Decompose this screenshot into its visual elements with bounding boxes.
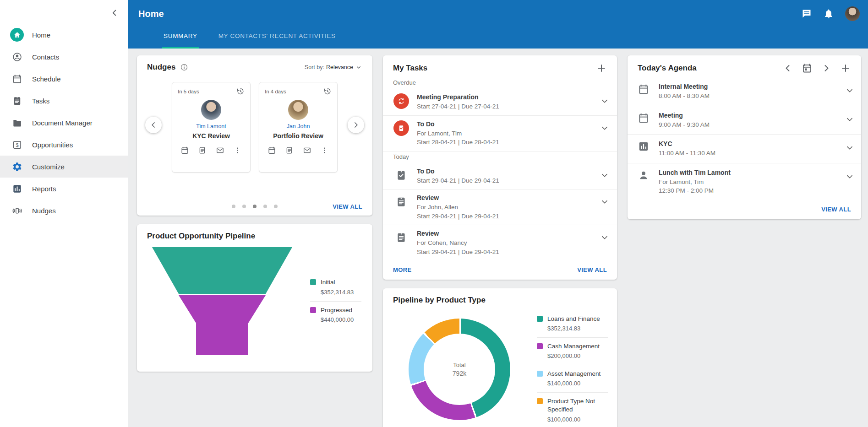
kebab-menu-icon[interactable] bbox=[233, 146, 242, 155]
legend-value: $352,314.83 bbox=[547, 325, 600, 332]
legend-chip bbox=[537, 371, 543, 377]
sidebar-item-reports[interactable]: Reports bbox=[0, 178, 128, 200]
funnel-chart bbox=[151, 246, 294, 356]
contact-name-link[interactable]: Jan John bbox=[265, 123, 332, 130]
task-row[interactable]: Meeting Preparation Start 27-04-21 | Due… bbox=[383, 89, 617, 116]
funnel-card-title: Product Opportunity Pipeline bbox=[147, 232, 255, 241]
task-row[interactable]: To Do For Lamont, Tim Start 28-04-21 | D… bbox=[383, 116, 617, 151]
chevron-down-icon[interactable] bbox=[845, 86, 855, 96]
mail-icon[interactable] bbox=[216, 146, 224, 155]
app-root: Home Contacts Schedule Tasks bbox=[0, 0, 868, 427]
history-icon[interactable] bbox=[236, 87, 245, 96]
agenda-view-all-link[interactable]: VIEW ALL bbox=[821, 206, 851, 213]
chevron-down-icon[interactable] bbox=[600, 96, 610, 106]
contact-name-link[interactable]: Tim Lamont bbox=[178, 123, 245, 130]
agenda-next-day-button[interactable] bbox=[821, 63, 832, 74]
tab-recent-activities[interactable]: MY CONTACTS' RECENT ACTIVITIES bbox=[217, 25, 337, 49]
agenda-row[interactable]: Lunch with Tim Lamont For Lamont, Tim 12… bbox=[628, 163, 861, 200]
chevron-down-icon[interactable] bbox=[845, 172, 855, 182]
carousel-next-button[interactable] bbox=[348, 117, 364, 133]
chevron-down-icon[interactable] bbox=[845, 143, 855, 153]
mail-icon[interactable] bbox=[303, 146, 311, 155]
add-task-button[interactable] bbox=[596, 63, 607, 74]
tasks-view-all-link[interactable]: VIEW ALL bbox=[577, 266, 607, 273]
carousel-dot[interactable] bbox=[263, 205, 267, 208]
note-icon[interactable] bbox=[198, 146, 207, 155]
user-avatar[interactable] bbox=[845, 6, 860, 21]
task-dates: Start 29-04-21 | Due 29-04-21 bbox=[417, 248, 600, 257]
notifications-bell-icon[interactable] bbox=[823, 8, 834, 19]
task-row[interactable]: Review For John, Allen Start 29-04-21 | … bbox=[383, 189, 617, 225]
sidebar-item-opportunities[interactable]: $ Opportunities bbox=[0, 134, 128, 156]
carousel-dot[interactable] bbox=[274, 205, 278, 208]
legend-label: Progressed bbox=[321, 306, 354, 314]
clipboard-icon bbox=[10, 94, 24, 108]
sort-dropdown[interactable]: Sort by: Relevance bbox=[305, 64, 362, 71]
chevron-down-icon[interactable] bbox=[600, 170, 610, 180]
tasks-more-link[interactable]: MORE bbox=[393, 266, 412, 273]
nudge-card[interactable]: In 4 days Jan John Portfolio Review bbox=[259, 82, 338, 173]
carousel-dot-active[interactable] bbox=[253, 205, 257, 208]
legend-value: $140,000.00 bbox=[547, 380, 601, 387]
nudge-card[interactable]: In 5 days Tim Lamont KYC Review bbox=[172, 82, 251, 173]
chevron-down-icon[interactable] bbox=[845, 114, 855, 124]
carousel-dot[interactable] bbox=[232, 205, 235, 208]
task-for: For John, Allen bbox=[417, 203, 600, 212]
legend-item: Initial $352,314.83 bbox=[310, 274, 361, 301]
task-title: To Do bbox=[417, 120, 600, 128]
legend-item: Cash Management $200,000.00 bbox=[537, 337, 608, 365]
sidebar-item-schedule[interactable]: Schedule bbox=[0, 68, 128, 90]
sidebar-item-home[interactable]: Home bbox=[0, 24, 128, 46]
task-dates: Start 27-04-21 | Due 27-04-21 bbox=[417, 102, 600, 111]
agenda-row[interactable]: KYC 11:00 AM - 11:30 AM bbox=[628, 135, 861, 163]
agenda-prev-day-button[interactable] bbox=[782, 63, 793, 74]
agenda-row[interactable]: Meeting 9:00 AM - 9:30 AM bbox=[628, 106, 861, 135]
legend-label: Initial bbox=[321, 278, 354, 286]
legend-value: $440,000.00 bbox=[321, 316, 354, 323]
sidebar-item-nudges[interactable]: Nudges bbox=[0, 200, 128, 222]
chevron-right-icon bbox=[351, 120, 360, 130]
add-appointment-button[interactable] bbox=[840, 63, 851, 74]
pipeline-funnel-card: Product Opportunity Pipeline Initial bbox=[137, 224, 372, 372]
header-actions bbox=[801, 6, 863, 21]
tab-summary[interactable]: SUMMARY bbox=[162, 25, 199, 49]
task-row[interactable]: Review For Cohen, Nancy Start 29-04-21 |… bbox=[383, 225, 617, 260]
meeting-red-icon bbox=[393, 93, 409, 109]
sidebar-item-contacts[interactable]: Contacts bbox=[0, 46, 128, 68]
home-icon bbox=[10, 28, 24, 42]
carousel-pagination: VIEW ALL bbox=[137, 197, 372, 216]
contact-avatar[interactable] bbox=[288, 100, 308, 120]
nudges-view-all-link[interactable]: VIEW ALL bbox=[333, 203, 362, 210]
vibrate-icon bbox=[10, 204, 24, 217]
contact-avatar[interactable] bbox=[201, 100, 221, 120]
sidebar-nav: Home Contacts Schedule Tasks bbox=[0, 0, 128, 222]
chat-icon[interactable] bbox=[801, 8, 812, 19]
legend-value: $352,314.83 bbox=[321, 289, 354, 296]
sidebar-collapse-button[interactable] bbox=[108, 6, 121, 19]
calendar-today-icon[interactable] bbox=[802, 63, 813, 74]
kebab-menu-icon[interactable] bbox=[320, 146, 329, 155]
sidebar-item-tasks[interactable]: Tasks bbox=[0, 90, 128, 112]
chevron-down-icon[interactable] bbox=[600, 232, 610, 243]
legend-item: Loans and Finance $352,314.83 bbox=[537, 310, 608, 337]
calendar-icon bbox=[638, 112, 650, 124]
info-icon[interactable] bbox=[180, 63, 188, 71]
sidebar-item-customize[interactable]: Customize bbox=[0, 156, 128, 178]
sidebar-item-label: Tasks bbox=[32, 97, 49, 105]
task-row[interactable]: To Do Start 29-04-21 | Due 29-04-21 bbox=[383, 163, 617, 190]
legend-item: Product Type Not Specified $100,000.00 bbox=[537, 392, 608, 427]
carousel-dot[interactable] bbox=[242, 205, 246, 208]
note-icon[interactable] bbox=[285, 146, 294, 155]
sidebar-item-document-manager[interactable]: Document Manager bbox=[0, 112, 128, 134]
history-icon[interactable] bbox=[323, 87, 332, 96]
review-gray-icon bbox=[395, 196, 407, 208]
calendar-icon[interactable] bbox=[267, 146, 276, 155]
sort-label: Sort by: bbox=[305, 64, 324, 70]
donut-card-title: Pipeline by Product Type bbox=[393, 296, 486, 305]
chevron-down-icon[interactable] bbox=[600, 123, 610, 133]
chevron-down-icon[interactable] bbox=[600, 197, 610, 207]
carousel-prev-button[interactable] bbox=[145, 117, 162, 133]
calendar-icon[interactable] bbox=[180, 146, 189, 155]
nudge-task-title: KYC Review bbox=[178, 132, 245, 140]
agenda-row[interactable]: Internal Meeting 8:00 AM - 8:30 AM bbox=[628, 77, 861, 106]
